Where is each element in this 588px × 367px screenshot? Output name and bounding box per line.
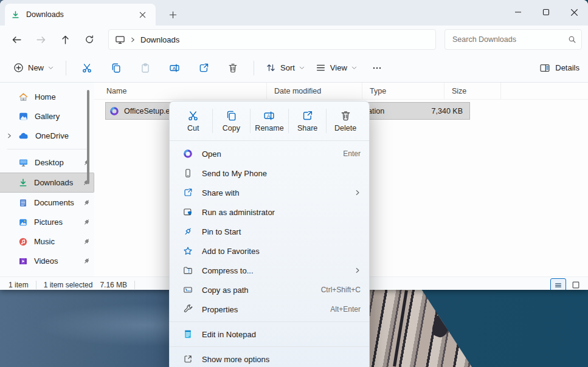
pin-icon [83,218,91,226]
breadcrumb[interactable]: Downloads [108,29,436,50]
menu-item-open[interactable]: Open Enter [170,144,369,163]
sidebar-item-onedrive[interactable]: OneDrive [0,126,94,145]
menu-item-label: Properties [202,305,321,314]
copy-icon [226,110,237,122]
menu-item-label: Edit in Notepad [202,330,361,339]
submenu-chevron-icon [355,267,361,273]
delete-button[interactable] [221,58,245,78]
search-icon[interactable] [568,35,576,44]
view-button-label: View [330,63,347,72]
sidebar-item-gallery[interactable]: Gallery [0,107,94,126]
navigation-sidebar: Home Gallery OneDrive [0,83,94,276]
sidebar-item-label: Videos [34,256,77,266]
new-tab-button[interactable] [164,6,181,23]
phone-icon [183,168,193,178]
menu-item-run-as-administrator[interactable]: Run as administrator [170,202,369,222]
menu-item-pin-to-start[interactable]: Pin to Start [170,222,369,241]
quick-action-label: Rename [255,124,283,132]
tab-downloads[interactable]: Downloads [5,4,156,26]
gallery-icon [18,111,29,122]
menu-item-label: Compress to... [202,266,345,275]
menu-item-copy-as-path[interactable]: Copy as path Ctrl+Shift+C [170,280,369,300]
refresh-button[interactable] [79,30,100,49]
column-header-type[interactable]: Type [362,83,444,99]
column-header-size[interactable]: Size [444,83,501,99]
share-button[interactable] [192,58,216,78]
cut-quick-action[interactable]: Cut [175,105,212,137]
menu-item-shortcut: Enter [343,149,361,158]
pictures-icon [18,218,28,227]
column-header-date-modified[interactable]: Date modified [267,83,362,99]
wood-crack [393,290,408,366]
new-button[interactable]: New [7,59,60,77]
sidebar-item-home[interactable]: Home [0,87,94,106]
sort-button[interactable]: Sort [260,59,310,77]
tab-close-icon[interactable] [135,7,150,22]
sidebar-item-desktop[interactable]: Desktop [0,153,94,172]
breadcrumb-location[interactable]: Downloads [140,35,179,44]
delete-quick-action[interactable]: Delete [327,105,364,137]
menu-item-label: Add to Favorites [202,247,361,256]
menu-item-properties[interactable]: Properties Alt+Enter [170,300,369,319]
command-toolbar: New A Sort [0,53,588,83]
chevron-right-icon [130,37,136,43]
sidebar-item-videos[interactable]: Videos [0,252,94,270]
documents-icon [18,198,28,208]
toolbar-separator [254,61,254,75]
status-items-count: 1 item [9,281,29,289]
maximize-button[interactable] [532,0,560,24]
sidebar-divider [7,149,87,149]
cut-button[interactable] [75,58,99,78]
copy-button[interactable] [104,58,128,78]
chevron-down-icon [48,65,54,70]
thumbnail-view-toggle[interactable] [569,278,583,290]
videos-icon [18,256,28,266]
forward-button[interactable] [30,30,51,49]
context-menu: Cut Copy A Rename Share D [169,101,370,367]
menu-item-shortcut: Ctrl+Shift+C [321,286,361,294]
back-button[interactable] [6,30,27,49]
menu-item-label: Share with [202,188,345,197]
sidebar-item-downloads[interactable]: Downloads [0,173,94,193]
close-button[interactable] [560,0,588,24]
menu-item-send-to-my-phone[interactable]: Send to My Phone [170,163,369,183]
sidebar-item-music[interactable]: Music [0,232,94,251]
menu-item-add-to-favorites[interactable]: Add to Favorites [170,241,369,261]
menu-item-share-with[interactable]: Share with [170,183,369,202]
rename-quick-action[interactable]: A Rename [251,105,288,137]
cut-icon [187,110,199,122]
up-button[interactable] [55,30,75,49]
status-selection: 1 item selected [44,281,93,289]
sidebar-item-pictures[interactable]: Pictures [0,213,94,232]
copy-quick-action[interactable]: Copy [213,105,251,137]
menu-item-list: Open Enter Send to My Phone Share with R… [170,141,369,367]
rename-button[interactable]: A [162,58,187,78]
music-icon [18,237,28,247]
details-pane-icon [539,63,550,74]
details-pane-label: Details [555,63,579,72]
sidebar-scrollbar[interactable] [87,90,89,184]
search-input[interactable]: Search Downloads [444,29,582,50]
download-icon [11,10,20,19]
quick-action-label: Delete [334,124,356,132]
paste-button[interactable] [133,58,157,78]
copy-as-path-icon [183,285,193,295]
more-options-button[interactable] [365,58,389,78]
sidebar-item-documents[interactable]: Documents [0,193,94,212]
details-view-toggle[interactable] [550,278,566,290]
sidebar-item-label: Downloads [34,178,76,187]
menu-item-compress-to[interactable]: Compress to... [170,261,369,280]
share-quick-action[interactable]: Share [289,105,327,137]
view-button[interactable]: View [310,59,362,77]
onedrive-icon [18,131,29,142]
menu-item-show-more-options[interactable]: Show more options [170,349,369,367]
window-caption-buttons [504,0,588,24]
sidebar-item-label: Home [35,92,91,101]
star-icon [183,246,193,256]
admin-shield-icon [183,207,193,217]
expand-chevron-icon[interactable] [6,133,12,139]
menu-item-edit-in-notepad[interactable]: Edit in Notepad [170,324,369,344]
details-pane-button[interactable]: Details [539,63,579,74]
column-header-name[interactable]: Name [94,83,267,99]
minimize-button[interactable] [504,0,532,24]
